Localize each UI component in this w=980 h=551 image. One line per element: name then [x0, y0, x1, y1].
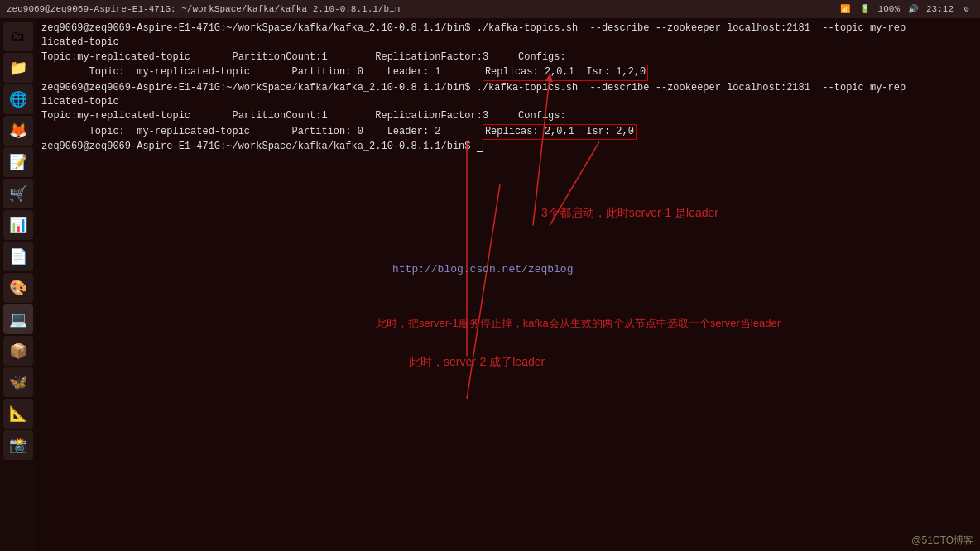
svg-line-3 — [467, 184, 500, 399]
sidebar-icon-ruler[interactable]: 📐 — [3, 399, 33, 429]
terminal-line-6: licated-topic — [41, 95, 975, 109]
battery-percent: 100% — [878, 4, 900, 14]
main-layout: 🗂 📁 🌐 🦊 📝 🛒 📊 📄 🎨 💻 📦 🦋 📐 📸 zeq9069@zeq9… — [0, 18, 980, 551]
sidebar-icon-butterfly[interactable]: 🦋 — [3, 367, 33, 397]
sidebar-icon-appstore[interactable]: 🛒 — [3, 179, 33, 208]
annotation-url: http://blog.csdn.net/zeqblog — [392, 262, 573, 278]
terminal-line-9: zeq9069@zeq9069-Aspire-E1-471G:~/workSpa… — [41, 140, 975, 154]
top-bar: zeq9069@zeq9069-Aspire-E1-471G: ~/workSp… — [0, 0, 980, 18]
system-tray: 📶 🔋 100% 🔊 23:12 ⚙ — [838, 2, 973, 16]
window-title: zeq9069@zeq9069-Aspire-E1-471G: ~/workSp… — [7, 4, 400, 14]
annotation-text-3: 此时，server-2 成了leader — [409, 353, 545, 370]
terminal-line-1: zeq9069@zeq9069-Aspire-E1-471G:~/workSpa… — [41, 22, 975, 36]
sidebar-icon-terminal[interactable]: 💻 — [3, 304, 33, 334]
highlight-box-2: Replicas: 2,0,1 Isr: 2,0 — [483, 124, 637, 140]
terminal-content: zeq9069@zeq9069-Aspire-E1-471G:~/workSpa… — [36, 18, 980, 551]
terminal-line-4: Topic: my-replicated-topic Partition: 0 … — [41, 65, 975, 80]
sidebar-icon-web[interactable]: 🌐 — [3, 84, 33, 114]
volume-icon: 🔊 — [906, 2, 920, 16]
sidebar-icon-document[interactable]: 📄 — [3, 242, 33, 271]
sidebar-icon-text[interactable]: 📝 — [3, 147, 33, 177]
terminal-line-8: Topic: my-replicated-topic Partition: 0 … — [41, 124, 975, 140]
sidebar-icon-spreadsheet[interactable]: 📊 — [3, 210, 33, 240]
settings-icon[interactable]: ⚙ — [960, 2, 973, 16]
watermark: @51CTO博客 — [911, 534, 973, 548]
annotation-text-2: 此时，把server-1服务停止掉，kafka会从生效的两个从节点中选取一个se… — [376, 316, 781, 332]
sidebar-icon-paint[interactable]: 🎨 — [3, 273, 33, 303]
terminal-line-5: zeq9069@zeq9069-Aspire-E1-471G:~/workSpa… — [41, 81, 975, 95]
sidebar-icon-camera[interactable]: 📸 — [3, 430, 33, 460]
terminal-area[interactable]: zeq9069@zeq9069-Aspire-E1-471G:~/workSpa… — [36, 18, 980, 551]
terminal-line-7: Topic:my-replicated-topic PartitionCount… — [41, 109, 975, 123]
svg-line-1 — [550, 142, 599, 226]
sidebar-icon-folder[interactable]: 📁 — [3, 53, 33, 83]
sidebar-icon-files[interactable]: 🗂 — [3, 22, 33, 51]
clock: 23:12 — [926, 4, 954, 14]
sidebar-icon-package[interactable]: 📦 — [3, 336, 33, 366]
network-icon: 📶 — [838, 2, 852, 16]
battery-icon: 🔋 — [858, 2, 872, 16]
terminal-line-3: Topic:my-replicated-topic PartitionCount… — [41, 50, 975, 65]
highlight-box-1: Replicas: 2,0,1 Isr: 1,2,0 — [483, 65, 648, 80]
sidebar-icon-firefox[interactable]: 🦊 — [3, 116, 33, 146]
terminal-line-2: licated-topic — [41, 36, 975, 50]
sidebar: 🗂 📁 🌐 🦊 📝 🛒 📊 📄 🎨 💻 📦 🦋 📐 📸 — [0, 18, 36, 551]
annotation-text-1: 3个都启动，此时server-1 是leader — [541, 204, 718, 221]
